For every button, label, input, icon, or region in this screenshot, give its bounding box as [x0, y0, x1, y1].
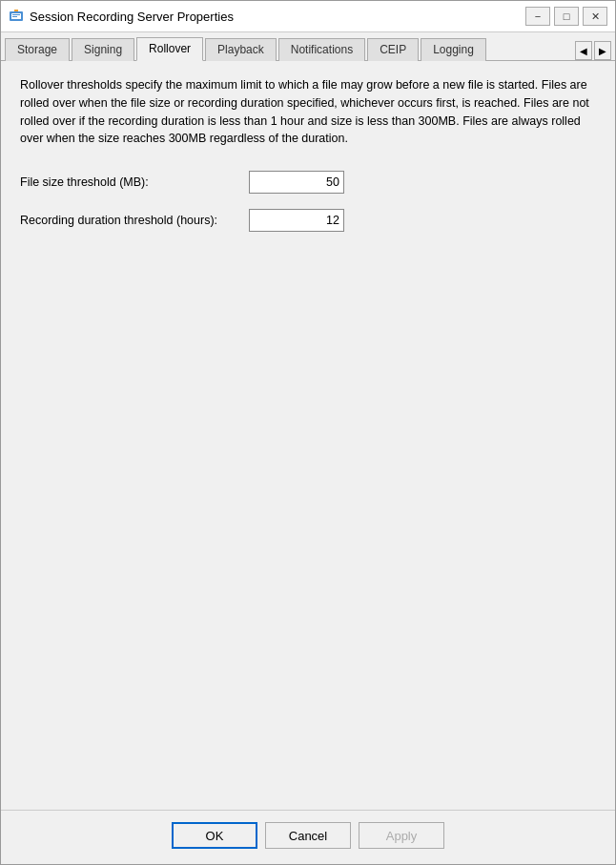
tab-notifications[interactable]: Notifications [278, 38, 365, 61]
file-size-input[interactable] [249, 171, 344, 194]
button-bar: OK Cancel Apply [1, 810, 615, 864]
title-bar: Session Recording Server Properties − □ … [1, 1, 615, 32]
tab-logging[interactable]: Logging [421, 38, 486, 61]
apply-button[interactable]: Apply [359, 822, 444, 849]
tab-rollover[interactable]: Rollover [136, 37, 203, 61]
window-controls: − □ ✕ [525, 7, 607, 26]
tab-scroll-prev-button[interactable]: ◀ [575, 41, 592, 60]
window-title: Session Recording Server Properties [30, 10, 525, 24]
duration-label: Recording duration threshold (hours): [20, 214, 249, 227]
ok-button[interactable]: OK [172, 822, 257, 849]
rollover-description: Rollover thresholds specify the maximum … [20, 76, 596, 148]
duration-input[interactable] [249, 209, 344, 232]
maximize-button[interactable]: □ [554, 7, 579, 26]
tab-playback[interactable]: Playback [205, 38, 277, 61]
file-size-label: File size threshold (MB): [20, 175, 249, 189]
tab-scroll-next-button[interactable]: ▶ [594, 41, 611, 60]
svg-rect-2 [12, 14, 20, 15]
main-window: Session Recording Server Properties − □ … [0, 0, 616, 865]
svg-rect-4 [14, 10, 18, 11]
tab-ceip[interactable]: CEIP [367, 38, 419, 61]
content-area: Rollover thresholds specify the maximum … [1, 61, 615, 810]
file-size-row: File size threshold (MB): [20, 171, 596, 194]
close-button[interactable]: ✕ [583, 7, 607, 26]
tab-storage[interactable]: Storage [5, 38, 70, 61]
cancel-button[interactable]: Cancel [265, 822, 351, 849]
minimize-button[interactable]: − [525, 7, 550, 26]
tab-scroll-controls: ◀ ▶ [575, 41, 611, 60]
svg-rect-3 [12, 16, 17, 17]
duration-row: Recording duration threshold (hours): [20, 209, 596, 232]
app-icon [9, 9, 24, 24]
tab-signing[interactable]: Signing [72, 38, 134, 61]
tab-bar: Storage Signing Rollover Playback Notifi… [1, 32, 615, 61]
